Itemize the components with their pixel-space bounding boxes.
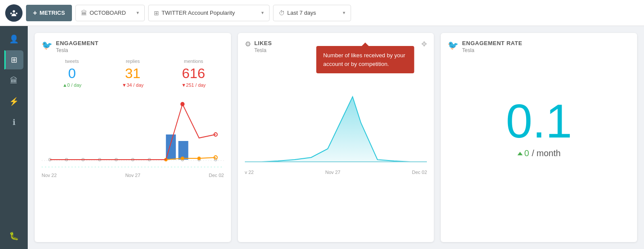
- dashboard-icon: ⊞: [11, 55, 17, 65]
- metrics-label: METRICS: [39, 10, 65, 16]
- engagement-rate-title: ENGAGEMENT RATE: [462, 40, 522, 46]
- svg-point-2: [16, 13, 18, 14]
- svg-point-21: [180, 102, 185, 106]
- likes-chart-svg: [245, 88, 427, 166]
- octoboard-dropdown[interactable]: 🏛 OCTOBOARD ▾: [75, 5, 145, 21]
- rate-change: 0: [517, 148, 529, 158]
- svg-marker-24: [245, 97, 427, 162]
- chevron-down-icon-3: ▾: [343, 10, 345, 16]
- replies-value: 31: [102, 66, 163, 82]
- likes-chart: v 22 Nov 27 Dec 02: [245, 88, 427, 166]
- person-icon: 👤: [9, 34, 19, 44]
- sidebar-item-bank[interactable]: 🏛: [4, 71, 23, 90]
- sidebar-item-flash[interactable]: ⚡: [4, 92, 23, 111]
- replies-change: ▼34 / day: [102, 82, 163, 88]
- move-icon[interactable]: ✥: [421, 40, 427, 48]
- engagement-chart-svg: [42, 91, 224, 169]
- arrow-up-icon: [517, 152, 523, 155]
- sidebar: 👤 ⊞ 🏛 ⚡ ℹ 🐛: [0, 26, 28, 249]
- sidebar-item-bug[interactable]: 🐛: [4, 226, 23, 246]
- svg-point-0: [13, 10, 15, 12]
- bank-nav-icon: 🏛: [10, 76, 18, 85]
- main-content: 🐦 ENGAGEMENT Tesla tweets 0 ▲0 / day rep…: [28, 26, 644, 249]
- sidebar-item-dashboard[interactable]: ⊞: [4, 50, 23, 69]
- twitter-icon-engagement: 🐦: [42, 40, 52, 50]
- info-icon: ℹ: [13, 118, 16, 127]
- metrics-button[interactable]: + METRICS: [26, 5, 72, 21]
- twitter-account-dropdown[interactable]: ⊞ TWITTER Account Popularity ▾: [148, 5, 270, 21]
- mentions-stat: mentions 616 ▼251 / day: [163, 59, 224, 88]
- time-range-dropdown[interactable]: ⏱ Last 7 days ▾: [273, 5, 351, 21]
- replies-label: replies: [102, 59, 163, 64]
- likes-subtitle: Tesla: [254, 47, 272, 53]
- mentions-value: 616: [163, 66, 224, 82]
- replies-stat: replies 31 ▼34 / day: [102, 59, 163, 88]
- sidebar-item-info[interactable]: ℹ: [4, 113, 23, 132]
- tweets-change: ▲0 / day: [42, 82, 102, 88]
- likes-title: LIKES: [254, 40, 272, 46]
- grid-icon: ⊞: [154, 10, 159, 16]
- engagement-rate-header: 🐦 ENGAGEMENT RATE Tesla: [448, 40, 630, 53]
- chevron-down-icon: ▾: [137, 10, 139, 16]
- likes-date-end: Dec 02: [412, 170, 427, 175]
- cards-row: 🐦 ENGAGEMENT Tesla tweets 0 ▲0 / day rep…: [35, 33, 637, 242]
- likes-chart-dates: v 22 Nov 27 Dec 02: [245, 170, 427, 175]
- flash-icon: ⚡: [9, 97, 19, 106]
- svg-point-19: [197, 157, 201, 160]
- twitter-icon-rate: 🐦: [448, 40, 459, 50]
- tooltip-arrow: [362, 43, 369, 46]
- clock-icon: ⏱: [279, 10, 285, 16]
- engagement-rate-card: 🐦 ENGAGEMENT RATE Tesla 0.1 0 / month: [441, 33, 637, 242]
- bank-icon: 🏛: [81, 10, 87, 16]
- engagement-chart: Nov 22 Nov 27 Dec 02: [42, 91, 224, 169]
- svg-point-1: [10, 13, 12, 14]
- likes-card: ⚙ LIKES Tesla ✥ Number of likes received…: [238, 33, 434, 242]
- tweets-stat: tweets 0 ▲0 / day: [42, 59, 102, 88]
- tweets-value: 0: [42, 66, 102, 82]
- time-label: Last 7 days: [287, 10, 316, 16]
- engagement-card: 🐦 ENGAGEMENT Tesla tweets 0 ▲0 / day rep…: [35, 33, 231, 242]
- layout: 👤 ⊞ 🏛 ⚡ ℹ 🐛 🐦 ENGAGEMENT: [0, 26, 644, 249]
- engagement-card-titles: ENGAGEMENT Tesla: [56, 40, 98, 53]
- engagement-chart-dates: Nov 22 Nov 27 Dec 02: [42, 173, 224, 178]
- svg-point-18: [181, 157, 184, 160]
- sidebar-item-person[interactable]: 👤: [4, 29, 23, 49]
- engagement-subtitle: Tesla: [56, 47, 98, 53]
- engagement-card-header: 🐦 ENGAGEMENT Tesla: [42, 40, 224, 53]
- mentions-label: mentions: [163, 59, 224, 64]
- octoboard-label: OCTOBOARD: [90, 10, 126, 16]
- twitter-account-label: TWITTER Account Popularity: [162, 10, 235, 16]
- engagement-rate-titles: ENGAGEMENT RATE Tesla: [462, 40, 522, 53]
- engagement-stats-row: tweets 0 ▲0 / day replies 31 ▼34 / day m…: [42, 59, 224, 88]
- engagement-date-mid: Nov 27: [125, 173, 140, 178]
- likes-card-titles: LIKES Tesla: [254, 40, 272, 53]
- rate-sub: 0 / month: [517, 148, 561, 158]
- mentions-change: ▼251 / day: [163, 82, 224, 88]
- engagement-date-start: Nov 22: [42, 173, 57, 178]
- rate-big-value: 0.1: [506, 97, 572, 145]
- likes-date-mid: Nov 27: [325, 170, 341, 175]
- gear-icon-likes[interactable]: ⚙: [245, 40, 251, 48]
- rate-display: 0.1 0 / month: [448, 55, 630, 192]
- plus-icon: +: [33, 9, 37, 17]
- engagement-rate-subtitle: Tesla: [462, 47, 522, 53]
- engagement-date-end: Dec 02: [209, 173, 224, 178]
- tweets-label: tweets: [42, 59, 102, 64]
- likes-date-start: v 22: [245, 170, 254, 175]
- likes-tooltip: Number of likes received by your account…: [316, 46, 414, 73]
- topbar: + METRICS 🏛 OCTOBOARD ▾ ⊞ TWITTER Accoun…: [0, 0, 644, 26]
- active-indicator: [4, 50, 6, 69]
- chevron-down-icon-2: ▾: [261, 10, 264, 16]
- tooltip-text: Number of likes received by your account…: [323, 52, 405, 67]
- engagement-title: ENGAGEMENT: [56, 40, 98, 46]
- logo-button[interactable]: [5, 4, 23, 22]
- bug-icon: 🐛: [9, 231, 19, 241]
